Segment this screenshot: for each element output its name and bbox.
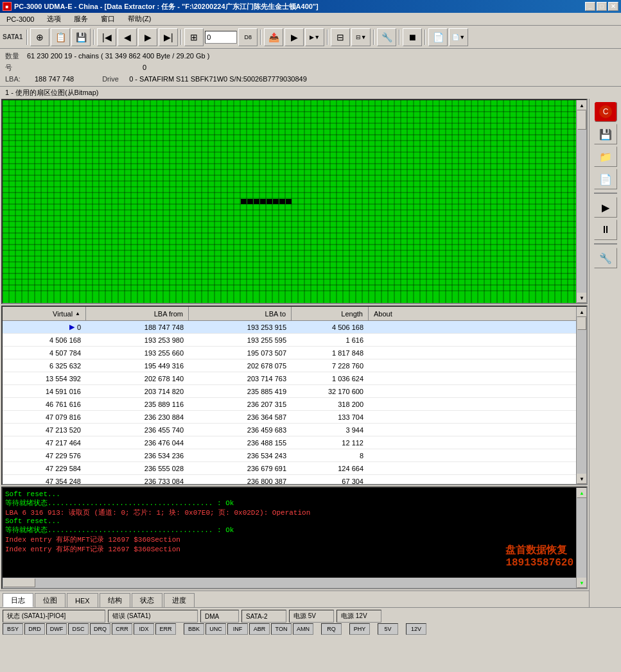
table-row[interactable]: 4 506 168 193 253 980 193 255 595 1 616	[3, 334, 586, 347]
right-btn-1[interactable]: C	[594, 101, 617, 122]
toolbar-btn-next-end[interactable]: ▶|	[159, 28, 178, 46]
log-scroll-down[interactable]: ▼	[577, 578, 587, 588]
tab-进度[interactable]: 进度	[164, 593, 195, 607]
bitmap-scrollbar[interactable]: ▲ ▼	[576, 100, 586, 303]
right-btn-pause[interactable]: ⏸	[594, 220, 617, 240]
indicator-error-UNC: UNC	[206, 623, 226, 635]
menu-window[interactable]: 窗口	[97, 13, 119, 25]
drive-value: 0 - SATAFIRM S11 SBFK71W0 S/N:50026B7779…	[129, 75, 307, 83]
toolbar-btn-prev-start[interactable]: |◀	[97, 28, 116, 46]
maximize-button[interactable]: □	[597, 2, 607, 11]
toolbar-btn-prev[interactable]: ◀	[118, 28, 137, 46]
cell-length: 133 704	[292, 411, 369, 423]
table-row[interactable]: 47 217 464 236 476 044 236 488 155 12 11…	[3, 436, 586, 449]
toolbar-btn-view[interactable]: ⊟	[331, 28, 350, 46]
tab-HEX[interactable]: HEX	[67, 593, 98, 607]
minimize-button[interactable]: _	[585, 2, 595, 11]
close-button[interactable]: ✕	[608, 2, 618, 11]
menu-service[interactable]: 服务	[70, 13, 92, 25]
toolbar-btn-export[interactable]: 📤	[264, 28, 283, 46]
table-row[interactable]: ▶ 0 188 747 748 193 253 915 4 506 168	[3, 321, 586, 334]
col-lba-to[interactable]: LBA to	[189, 307, 292, 320]
cell-about	[369, 385, 586, 397]
cell-length: 1 817 848	[292, 347, 369, 359]
toolbar-btn-next[interactable]: ▶	[138, 28, 157, 46]
toolbar-btn-grid[interactable]: ⊞	[184, 28, 204, 46]
cell-length: 67 304	[292, 475, 369, 484]
cell-about	[369, 359, 586, 372]
toolbar-btn-log[interactable]: 📄	[428, 28, 448, 46]
log-hscroll-thumb[interactable]	[3, 578, 35, 587]
cell-length: 124 664	[292, 462, 369, 474]
scroll-track[interactable]	[577, 110, 586, 293]
table-row[interactable]: 46 761 616 235 889 116 236 207 315 318 2…	[3, 398, 586, 411]
right-btn-4[interactable]: 📄	[594, 169, 617, 189]
cell-lba-from: 188 747 748	[86, 321, 189, 333]
scroll-thumb[interactable]	[577, 110, 586, 130]
watermark: 盘首数据恢复 18913587620	[505, 544, 573, 569]
table-row[interactable]: 13 554 392 202 678 140 203 714 763 1 036…	[3, 372, 586, 385]
col-virtual[interactable]: Virtual ▲	[3, 307, 86, 320]
toolbar-btn-run-dd[interactable]: ▶▼	[305, 28, 324, 46]
toolbar-btn-view-dd[interactable]: ⊟▼	[351, 28, 371, 46]
table-row[interactable]: 47 229 576 236 534 236 236 534 243 8	[3, 449, 586, 462]
toolbar-btn-1[interactable]: ⊕	[30, 28, 49, 46]
log-scrollbar[interactable]: ▲ ▼	[576, 488, 586, 588]
menu-options[interactable]: 选项	[43, 13, 65, 25]
tab-状态[interactable]: 状态	[132, 593, 162, 607]
toolbar-btn-wrench[interactable]: 🔧	[377, 28, 396, 46]
svg-text:C: C	[602, 107, 608, 116]
tab-日志[interactable]: 日志	[3, 593, 33, 607]
cell-about	[369, 372, 586, 384]
toolbar-btn-stop[interactable]: ⏹	[403, 28, 422, 46]
table-row[interactable]: 47 213 520 236 455 740 236 459 683 3 944	[3, 424, 586, 436]
table-row[interactable]: 4 507 784 193 255 660 195 073 507 1 817 …	[3, 347, 586, 359]
col-lba-from[interactable]: LBA from	[86, 307, 189, 320]
tab-位图[interactable]: 位图	[35, 593, 66, 607]
scroll-up-button[interactable]: ▲	[577, 100, 587, 110]
log-hscroll[interactable]	[3, 578, 576, 588]
toolbar-btn-3[interactable]: 💾	[71, 28, 91, 46]
cell-lba-to: 193 255 595	[189, 334, 292, 346]
table-scroll-up[interactable]: ▲	[577, 307, 587, 317]
right-btn-3[interactable]: 📁	[594, 146, 617, 167]
scroll-down-button[interactable]: ▼	[577, 293, 587, 303]
right-btn-tools[interactable]: 🔧	[594, 248, 617, 268]
table-row[interactable]: 6 325 632 195 449 316 202 678 075 7 228 …	[3, 359, 586, 372]
table-row[interactable]: 47 354 248 236 733 084 236 800 387 67 30…	[3, 475, 586, 484]
menu-pc3000[interactable]: PC-3000	[3, 14, 38, 24]
toolbar-btn-2[interactable]: 📋	[51, 28, 70, 46]
toolbar-sep-7	[399, 30, 400, 45]
log-scroll-track[interactable]	[577, 498, 586, 578]
table-scroll-down[interactable]: ▼	[577, 474, 587, 484]
log-line: LBA 6 316 913: 读取页 (通道: 0; 芯片: 1; 块: 0x0…	[5, 508, 572, 517]
cell-length: 318 200	[292, 398, 369, 410]
table-scroll-thumb[interactable]	[577, 317, 586, 330]
right-btn-2[interactable]: 💾	[594, 124, 617, 144]
table-row[interactable]: 14 591 016 203 714 820 235 885 419 32 17…	[3, 385, 586, 398]
toolbar-btn-log-dd[interactable]: 📄▼	[449, 28, 468, 46]
col-length[interactable]: Length	[292, 307, 369, 320]
tab-结构[interactable]: 结构	[100, 593, 130, 607]
cell-lba-to: 235 885 419	[189, 385, 292, 397]
toolbar-sep-1	[26, 30, 28, 45]
cell-lba-to: 202 678 075	[189, 359, 292, 372]
table-row[interactable]: 47 229 584 236 555 028 236 679 691 124 6…	[3, 462, 586, 475]
sata-label: SATA1	[3, 33, 22, 40]
status-sata2-label: SATA-2	[246, 613, 268, 620]
log-scroll-up[interactable]: ▲	[577, 488, 587, 498]
table-scrollbar[interactable]: ▲ ▼	[576, 307, 586, 484]
toolbar-btn-run[interactable]: ▶	[284, 28, 304, 46]
toolbar-btn-d8[interactable]: D8	[238, 28, 258, 46]
cell-virtual: 6 325 632	[3, 359, 86, 372]
table-row[interactable]: 47 079 816 236 230 884 236 364 587 133 7…	[3, 411, 586, 424]
sector-input[interactable]	[205, 31, 237, 44]
col-about[interactable]: About	[369, 307, 586, 320]
table-scroll-track[interactable]	[577, 317, 586, 474]
menu-help[interactable]: 帮助(Z)	[124, 13, 155, 25]
indicator-DSC: DSC	[68, 623, 89, 635]
indicator-power12: 12V	[406, 623, 426, 635]
right-btn-play[interactable]: ▶	[594, 197, 617, 218]
window-title: PC-3000 UDMA-E - China - [Data Extractor…	[14, 2, 319, 12]
status-group-error: BBKUNCINFABRTONAMN	[184, 623, 313, 636]
